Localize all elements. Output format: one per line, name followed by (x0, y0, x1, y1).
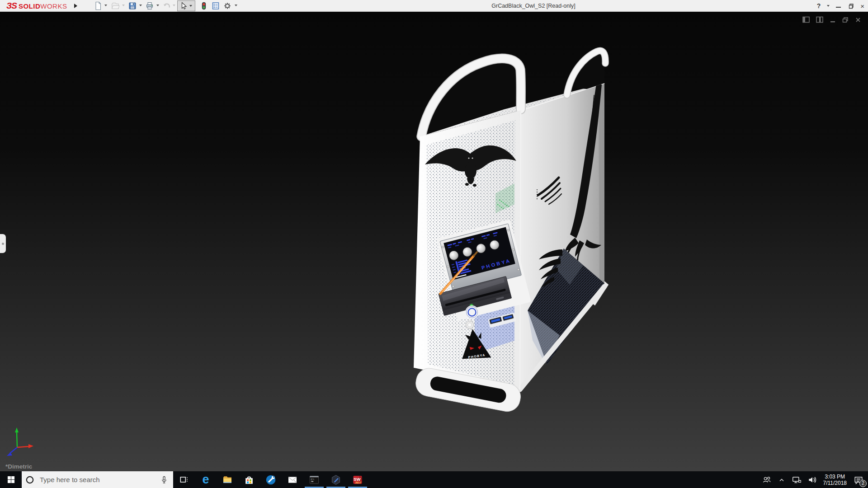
new-document-caret[interactable] (104, 5, 107, 6)
restore-button[interactable] (847, 3, 854, 9)
help-caret[interactable] (827, 5, 830, 7)
screen: ЗS SOLID WORKS (0, 0, 868, 488)
wrench-circle-icon (265, 474, 276, 485)
taskbar-app-tools[interactable] (260, 471, 282, 488)
tray-chevron-up-icon[interactable] (778, 476, 786, 483)
graphics-viewport[interactable]: PHOBYA (0, 12, 868, 471)
tray-time: 3:03 PM (823, 474, 847, 480)
taskbar-app-file-explorer[interactable] (217, 471, 238, 488)
solidworks-logo-glyph: ЗS (6, 1, 17, 11)
hexagon-app-icon (330, 474, 341, 485)
close-button[interactable]: × (860, 2, 864, 10)
new-document-button[interactable] (93, 1, 103, 11)
file-explorer-icon (222, 474, 233, 485)
solidworks-2017-icon: SW 2017 (352, 474, 363, 485)
taskbar-clock[interactable]: 3:03 PM 7/11/2018 (823, 474, 847, 486)
feature-panel-tab[interactable] (0, 234, 6, 253)
titlebar: ЗS SOLID WORKS (0, 0, 868, 12)
properties-button[interactable] (211, 1, 221, 11)
start-button[interactable] (0, 471, 22, 488)
x-axis-arrow (28, 444, 33, 448)
network-icon[interactable] (792, 475, 802, 484)
solidworks-logo: ЗS SOLID WORKS (6, 0, 67, 11)
open-folder-icon (111, 1, 120, 10)
toolbar-expand-button[interactable] (72, 2, 79, 9)
window-title: GrCadBlack_Owl_S2 [Read-only] (461, 0, 606, 12)
view-orientation-label: *Dimetric (5, 463, 32, 470)
document-restore-button[interactable] (841, 16, 849, 23)
people-icon[interactable] (762, 475, 772, 484)
taskbar-app-edrawings[interactable] (325, 471, 347, 488)
mail-icon (287, 474, 298, 485)
options-caret[interactable] (235, 5, 237, 6)
save-button[interactable] (127, 1, 137, 11)
cmd-prompt-text: C:\ (311, 478, 314, 480)
print-button[interactable] (145, 1, 155, 11)
sw-icon-year: 2017 (355, 481, 362, 484)
task-view-icon (179, 475, 189, 485)
taskbar-app-store[interactable] (238, 471, 260, 488)
taskbar-app-edge[interactable]: e (195, 471, 217, 488)
microphone-icon[interactable] (160, 475, 169, 484)
select-cursor-icon (179, 1, 188, 10)
cad-model-pc-case[interactable]: PHOBYA (407, 41, 615, 416)
edge-icon: e (202, 474, 209, 486)
document-minimize-button[interactable] (829, 16, 836, 23)
undo-caret[interactable] (173, 5, 175, 6)
command-prompt-icon: C:\ (309, 474, 320, 485)
volume-icon[interactable] (807, 475, 817, 484)
taskbar-search[interactable] (22, 471, 173, 488)
options-button[interactable] (222, 1, 232, 11)
undo-icon (162, 1, 171, 10)
document-close-button[interactable] (854, 16, 862, 23)
action-center-button[interactable]: 2 (853, 474, 864, 486)
search-input[interactable] (39, 475, 160, 484)
task-view-button[interactable] (173, 471, 195, 488)
windows-logo-icon (7, 476, 15, 483)
print-icon (145, 1, 154, 10)
open-button[interactable] (110, 1, 120, 11)
minimize-button[interactable] (836, 7, 841, 8)
open-caret[interactable] (122, 5, 125, 6)
document-window-controls (802, 16, 862, 23)
panel-tab-grip-icon (2, 243, 4, 245)
flyout-arrow-icon (74, 4, 77, 8)
cortana-icon (25, 475, 34, 484)
gear-icon (223, 1, 232, 10)
undo-button[interactable] (162, 1, 172, 11)
orientation-triad (4, 426, 42, 461)
sw-icon-text: SW (354, 476, 361, 481)
notification-badge: 2 (859, 480, 867, 487)
show-panel-alt-icon[interactable] (816, 16, 824, 23)
y-axis-arrow (15, 427, 19, 432)
taskbar-app-mail[interactable] (282, 471, 303, 488)
new-document-icon (94, 1, 103, 10)
save-icon (128, 1, 137, 10)
traffic-light-icon (199, 1, 208, 10)
show-panel-icon[interactable] (802, 16, 811, 23)
store-icon (244, 474, 255, 485)
taskbar-app-solidworks-2017[interactable]: SW 2017 (347, 471, 368, 488)
select-tool-caret[interactable] (189, 5, 192, 7)
help-button[interactable]: ? (817, 2, 821, 9)
z-axis-arrow (7, 452, 12, 456)
windows-taskbar: e (0, 471, 868, 488)
properties-list-icon (211, 1, 220, 10)
markup-button[interactable] (199, 1, 209, 11)
system-tray: 3:03 PM 7/11/2018 2 (762, 471, 868, 488)
tray-date: 7/11/2018 (823, 480, 847, 486)
print-caret[interactable] (156, 5, 159, 6)
taskbar-app-command-prompt[interactable]: C:\ (303, 471, 325, 488)
select-tool-button[interactable] (177, 0, 195, 11)
save-caret[interactable] (139, 5, 142, 6)
